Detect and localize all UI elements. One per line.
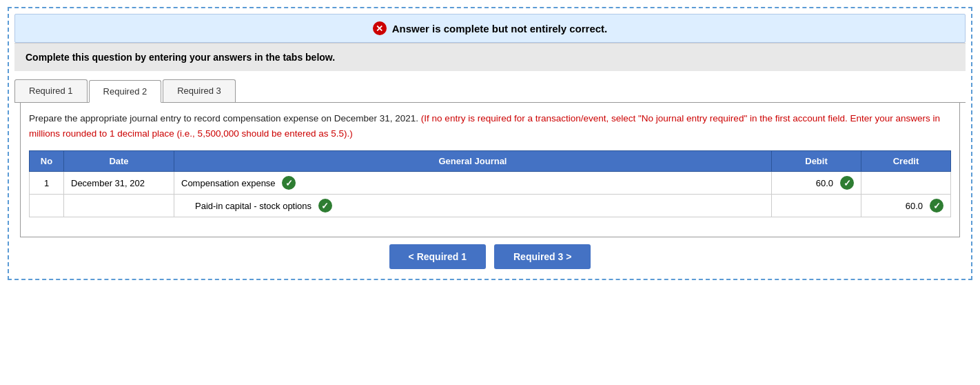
instruction-text: Complete this question by entering your …: [25, 52, 335, 63]
cell-credit: [861, 172, 951, 195]
instruction-bar: Complete this question by entering your …: [14, 43, 966, 71]
credit-check-icon: ✓: [930, 199, 943, 213]
col-credit: Credit: [861, 151, 951, 172]
cell-general-journal: Compensation expense ✓: [174, 172, 772, 195]
cell-credit: 60.0 ✓: [861, 195, 951, 217]
cell-no: [30, 195, 64, 217]
main-container: ✕ Answer is complete but not entirely co…: [8, 7, 972, 280]
col-general-journal: General Journal: [174, 151, 772, 172]
journal-check-icon-2: ✓: [318, 199, 332, 213]
next-button[interactable]: Required 3 >: [494, 244, 591, 269]
tabs-area: Required 1 Required 2 Required 3 Prepare…: [14, 79, 966, 237]
error-icon: ✕: [373, 21, 387, 35]
col-debit: Debit: [772, 151, 861, 172]
col-date: Date: [64, 151, 174, 172]
tab-required-2[interactable]: Required 2: [89, 80, 162, 103]
journal-table: No Date General Journal Debit Credit 1 D…: [29, 150, 951, 217]
cell-date: December 31, 202: [64, 172, 174, 195]
col-no: No: [30, 151, 64, 172]
table-row: 1 December 31, 202 Compensation expense …: [30, 172, 951, 195]
tab-required-1[interactable]: Required 1: [14, 79, 88, 102]
instructions-text: Prepare the appropriate journal entry to…: [29, 111, 951, 141]
cell-date: [64, 195, 174, 217]
alert-message: Answer is complete but not entirely corr…: [392, 23, 608, 34]
debit-check-icon: ✓: [840, 176, 854, 190]
tabs-row: Required 1 Required 2 Required 3: [14, 79, 966, 103]
tab-required-3[interactable]: Required 3: [163, 79, 236, 102]
nav-buttons: < Required 1 Required 3 >: [14, 244, 966, 269]
table-row: Paid-in capital - stock options ✓ 60.0 ✓: [30, 195, 951, 217]
prev-label: < Required 1: [409, 251, 467, 262]
cell-debit: [772, 195, 861, 217]
journal-check-icon: ✓: [282, 176, 296, 190]
next-label: Required 3 >: [513, 251, 571, 262]
content-area: Prepare the appropriate journal entry to…: [20, 103, 960, 237]
cell-debit: 60.0 ✓: [772, 172, 861, 195]
prev-button[interactable]: < Required 1: [389, 244, 486, 269]
cell-no: 1: [30, 172, 64, 195]
alert-banner: ✕ Answer is complete but not entirely co…: [14, 14, 966, 43]
instructions-black: Prepare the appropriate journal entry to…: [29, 113, 418, 124]
cell-general-journal: Paid-in capital - stock options ✓: [174, 195, 772, 217]
